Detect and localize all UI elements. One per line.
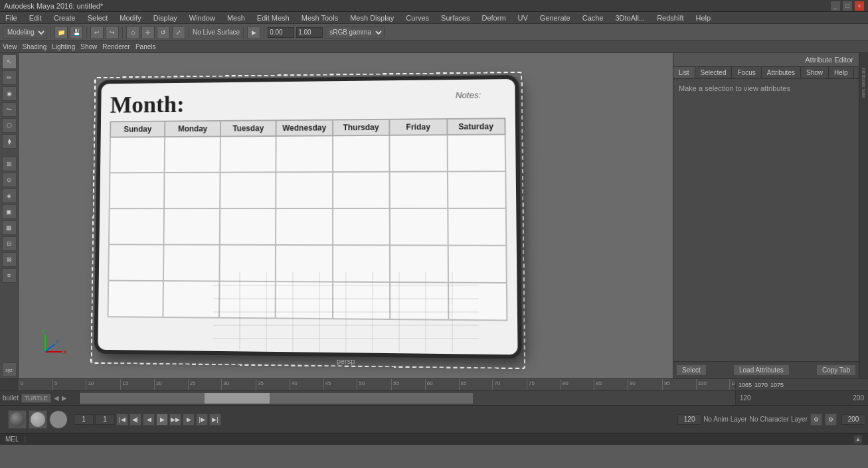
undo-btn[interactable]: ↩ [90, 26, 104, 39]
calendar-cell [447, 171, 505, 208]
attr-tab-list[interactable]: List [673, 67, 695, 78]
notes-label: Notes: [456, 90, 481, 100]
status-bar-right-btn[interactable]: ▲ [853, 435, 863, 444]
rotate-tool[interactable]: ↺ [157, 26, 170, 39]
uv-btn[interactable]: ▦ [2, 220, 17, 235]
menu-mesh-tools[interactable]: Mesh Tools [299, 14, 341, 22]
extras-btn[interactable]: ≡ [2, 268, 17, 283]
menu-create[interactable]: Create [51, 14, 78, 22]
prev-frame-btn[interactable]: ◀ [143, 414, 155, 426]
prev-key-btn[interactable]: ◀| [130, 414, 141, 426]
menu-deform[interactable]: Deform [479, 14, 508, 22]
deform-btn[interactable]: ⧫ [2, 134, 17, 149]
render-btn[interactable]: ▶ [247, 26, 260, 39]
attr-btn[interactable]: ⊟ [2, 236, 17, 251]
title-bar-text: Autodesk Maya 2016: untitled* [4, 2, 831, 10]
timeline-ruler[interactable]: 0 5 10 15 20 25 30 35 40 45 50 55 60 65 … [19, 379, 735, 390]
view-tab-show[interactable]: Show [80, 43, 97, 50]
menu-display[interactable]: Display [151, 14, 180, 22]
curve-btn[interactable]: 〜 [2, 102, 17, 117]
char-layer-btn-2[interactable]: ⚙ [825, 414, 837, 426]
menu-cache[interactable]: Cache [580, 14, 606, 22]
mode-select[interactable]: Modeling [3, 27, 47, 39]
attr-tab-show[interactable]: Show [801, 67, 829, 78]
move-tool[interactable]: ✛ [141, 26, 155, 39]
crease-btn[interactable]: ▣ [2, 204, 17, 219]
view-tab-renderer[interactable]: Renderer [102, 43, 130, 50]
range-end-frame[interactable] [677, 414, 701, 425]
viewport[interactable]: Month: Notes: Sunday Monday Tuesday Wedn… [19, 53, 673, 378]
maximize-btn[interactable]: □ [843, 1, 852, 11]
menu-edit[interactable]: Edit [27, 14, 44, 22]
play-fwd-btn[interactable]: ▶▶ [169, 414, 181, 426]
menu-help[interactable]: Help [693, 14, 714, 22]
title-bar-controls[interactable]: _ □ × [831, 1, 864, 11]
sculpt-btn[interactable]: ◉ [2, 86, 17, 101]
save-btn[interactable]: 💾 [70, 26, 83, 39]
month-header: Month: [110, 87, 505, 118]
ruler-mark-30: 30 [221, 379, 229, 390]
menu-edit-mesh[interactable]: Edit Mesh [254, 14, 292, 22]
range-end-200[interactable] [841, 414, 865, 425]
open-btn[interactable]: 📁 [54, 26, 68, 39]
menu-select[interactable]: Select [85, 14, 111, 22]
view-tab-panels[interactable]: Panels [135, 43, 156, 50]
menu-curves[interactable]: Curves [403, 14, 432, 22]
view-tab-shading[interactable]: Shading [23, 43, 47, 50]
render-obj-1[interactable] [8, 410, 27, 429]
select-button[interactable]: Select [676, 364, 707, 376]
polygon-btn[interactable]: ⬡ [2, 118, 17, 133]
view-tab-lighting[interactable]: Lighting [52, 43, 75, 50]
input-value[interactable] [268, 27, 294, 38]
attr-tab-focus[interactable]: Focus [732, 67, 761, 78]
constraint-btn[interactable]: ⊙ [2, 173, 17, 187]
gamma-select[interactable]: sRGB gamma [325, 27, 385, 39]
copy-tab-button[interactable]: Copy Tab [816, 364, 856, 376]
menu-modify[interactable]: Modify [117, 14, 143, 22]
menu-generate[interactable]: Generate [537, 14, 573, 22]
char-layer-btn-1[interactable]: ⚙ [810, 414, 822, 426]
next-key-btn[interactable]: |▶ [196, 414, 208, 426]
track-end-120: 120 [740, 394, 751, 402]
menu-3dto[interactable]: 3DtoAll... [613, 14, 648, 22]
render-obj-2[interactable] [29, 410, 47, 429]
turtle-badge[interactable]: TURTLE [21, 394, 51, 403]
menu-file[interactable]: File [3, 14, 20, 22]
redo-btn[interactable]: ↪ [106, 26, 119, 39]
track-arrow-left[interactable]: ◀ [54, 394, 59, 402]
skip-start-btn[interactable]: |◀ [116, 414, 128, 426]
select-tool[interactable]: ◇ [126, 26, 139, 39]
snap-btn[interactable]: ⊞ [2, 157, 17, 171]
minimize-btn[interactable]: _ [831, 1, 840, 11]
attribute-editor-tabs: List Selected Focus Attributes Show Help [673, 67, 859, 79]
current-frame-start[interactable] [74, 414, 94, 425]
attr-tab-attributes[interactable]: Attributes [762, 67, 801, 78]
render-left-btn[interactable]: ⊠ [2, 252, 17, 267]
menu-uv[interactable]: UV [515, 14, 531, 22]
scale-value[interactable] [296, 27, 323, 38]
soft-mod-btn[interactable]: ◈ [2, 189, 17, 203]
mel-input[interactable] [29, 435, 853, 444]
menu-redshift[interactable]: Redshift [654, 14, 686, 22]
menu-window[interactable]: Window [187, 14, 218, 22]
attr-tab-selected[interactable]: Selected [695, 67, 733, 78]
select-mode-btn[interactable]: ↖ [2, 54, 17, 69]
skip-end-btn[interactable]: ▶| [209, 414, 221, 426]
view-tab-view[interactable]: View [3, 43, 17, 50]
play-btn[interactable]: ▶ [156, 414, 168, 426]
close-btn[interactable]: × [855, 1, 864, 11]
menu-mesh-display[interactable]: Mesh Display [347, 14, 396, 22]
menu-mesh[interactable]: Mesh [224, 14, 248, 22]
paint-btn[interactable]: ✏ [2, 70, 17, 85]
load-attributes-button[interactable]: Load Attributes [733, 364, 790, 376]
next-frame-btn[interactable]: ▶ [183, 414, 195, 426]
xyz-btn[interactable]: xyz [2, 362, 17, 377]
current-frame[interactable] [95, 414, 115, 425]
calendar-cell [276, 208, 332, 245]
render-obj-3[interactable] [49, 410, 68, 429]
track-arrow-right[interactable]: ▶ [62, 394, 67, 402]
menu-surfaces[interactable]: Surfaces [438, 14, 472, 22]
scale-tool[interactable]: ⤢ [172, 26, 185, 39]
attr-tab-help[interactable]: Help [829, 67, 854, 78]
track-bar-area[interactable] [80, 391, 735, 405]
